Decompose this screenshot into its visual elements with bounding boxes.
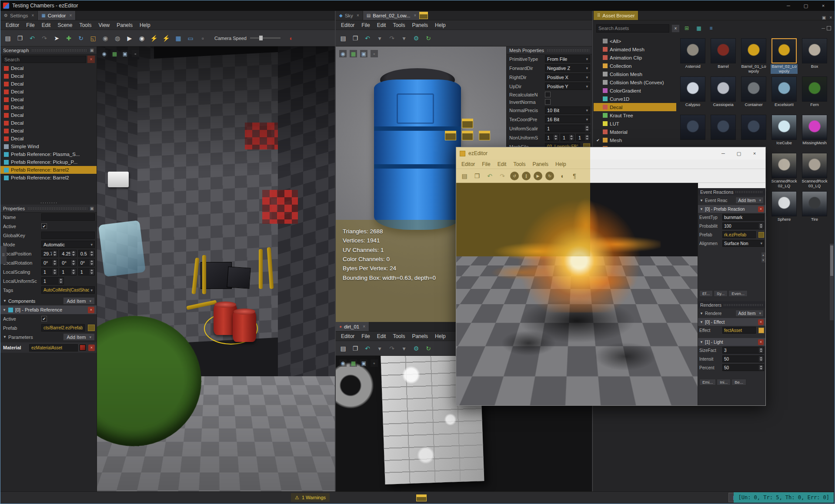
menu-item[interactable]: Edit — [38, 22, 54, 28]
save-document-icon[interactable]: ▤ — [3, 33, 13, 43]
minimize-button[interactable]: ─ — [780, 0, 797, 11]
scene-viewport[interactable]: ◉▦▣▫ — [97, 46, 335, 492]
close-button[interactable]: × — [747, 148, 762, 159]
uniform-scaling-spinner[interactable]: 1 — [545, 125, 590, 132]
scenegraph-item[interactable]: Prefab Reference: Plasma_S... — [0, 150, 97, 158]
screenshot-icon[interactable]: ▣ — [360, 359, 367, 367]
redo-dropdown-icon[interactable]: ▾ — [399, 344, 409, 353]
effect-asset-field[interactable]: fectAsset — [722, 327, 756, 334]
menu-item[interactable]: Help — [136, 22, 154, 28]
menu-item[interactable]: Editor — [337, 22, 358, 28]
asset-thumbnail[interactable] — [772, 153, 797, 178]
mini-tab[interactable]: Be... — [731, 379, 746, 385]
rotation-y-spinner[interactable]: 0° — [60, 259, 76, 266]
save-document-icon[interactable]: ▤ — [338, 33, 348, 43]
active-checkbox[interactable]: ✔ — [41, 223, 47, 229]
remove-renderer-button[interactable]: × — [758, 319, 764, 325]
asset-thumbnail-cell[interactable]: Barrel_01_Lowpoly — [739, 38, 768, 74]
menu-item[interactable]: Tools — [389, 22, 408, 28]
scenegraph-item[interactable]: Decal — [0, 72, 97, 80]
add-renderer-button[interactable]: Add Item▾ — [735, 310, 764, 317]
collapse-icon[interactable]: ▼ — [700, 199, 703, 202]
asset-thumbnail[interactable] — [772, 191, 797, 216]
menu-item[interactable]: Editor — [458, 161, 478, 167]
mini-tab[interactable]: Sy... — [714, 290, 728, 297]
asset-thumbnail[interactable] — [802, 38, 827, 63]
asset-thumbnail-cell[interactable]: Barrel — [709, 38, 738, 74]
properties-header[interactable]: Properties ▣ — [0, 205, 97, 212]
save-document-icon[interactable]: ▤ — [338, 344, 348, 353]
scale-y-spinner[interactable]: 1 — [60, 268, 76, 275]
undo-dropdown-icon[interactable]: ▾ — [375, 33, 384, 43]
asset-thumbnail-cell[interactable]: Asteroid — [678, 38, 707, 74]
asset-thumbnail[interactable] — [711, 115, 736, 140]
asset-thumbnail-cell[interactable]: ScannedRock02_LQ — [770, 153, 798, 189]
scale-z-spinner[interactable]: 1 — [78, 268, 95, 275]
rotation-x-spinner[interactable]: 0° — [41, 259, 58, 266]
asset-thumbnail[interactable] — [680, 115, 705, 140]
maximize-button[interactable]: ▢ — [797, 0, 815, 11]
asset-type-item[interactable]: ✔ Collision Mesh (Convex) — [594, 78, 676, 86]
asset-thumbnail[interactable] — [772, 76, 797, 102]
undo-icon[interactable]: ↶ — [363, 344, 372, 353]
transform-asset-icon[interactable]: ↻ — [424, 344, 433, 353]
scenegraph-item[interactable]: Decal — [0, 127, 97, 135]
position-z-spinner[interactable]: 0.5 — [78, 250, 95, 257]
menu-item[interactable]: Editor — [337, 333, 358, 339]
tab-close-icon[interactable]: × — [32, 13, 34, 18]
asset-thumbnail[interactable] — [802, 191, 827, 216]
clear-search-icon[interactable]: × — [672, 25, 679, 32]
alignment-dropdown[interactable]: Surface Non▾ — [722, 240, 764, 247]
translate-gizmo-icon[interactable]: ✚ — [64, 33, 73, 43]
asset-browser-tab[interactable]: ⠿ Asset Browser — [594, 11, 638, 20]
bake-lighting-icon[interactable]: ⚡ — [149, 33, 159, 43]
sizefactor-spinner[interactable]: 3 — [722, 347, 764, 354]
asset-thumbnail-cell[interactable]: Container — [739, 76, 768, 112]
copy-icon[interactable]: ❐ — [15, 33, 25, 43]
collapse-icon[interactable]: ▼ — [3, 308, 6, 312]
asset-type-item[interactable]: ✔ Decal — [594, 103, 676, 111]
undo-icon[interactable]: ↶ — [27, 33, 37, 43]
loop-effect-icon[interactable]: ↻ — [545, 172, 554, 180]
asset-thumbnail-cell[interactable]: Fern — [800, 76, 829, 112]
redo-dropdown-icon[interactable]: ▾ — [399, 33, 409, 43]
remove-renderer-button[interactable]: × — [758, 339, 764, 345]
mini-tab[interactable]: Ini... — [717, 379, 731, 385]
grid-icon[interactable]: ▫ — [198, 33, 207, 43]
menu-item[interactable]: Panels — [408, 22, 431, 28]
camera-icon[interactable]: ◉ — [100, 50, 108, 57]
uniform-scale-spinner[interactable]: 1 — [41, 277, 64, 285]
asset-type-item[interactable]: ✔ Material — [594, 128, 676, 136]
asset-thumbnail[interactable] — [680, 76, 705, 102]
render-pipeline-icon[interactable]: ▦ — [350, 359, 357, 367]
scenegraph-item[interactable]: Decal — [0, 119, 97, 127]
mini-tab[interactable]: Even... — [728, 290, 748, 297]
undo-dropdown-icon[interactable]: ▾ — [375, 344, 384, 353]
menu-item[interactable]: Panels — [113, 22, 136, 28]
particle-window-titlebar[interactable]: ezEditor ─ ▢ × — [456, 147, 765, 159]
position-x-spinner[interactable]: 29.7 — [41, 250, 58, 257]
asset-type-item[interactable]: ✔ Kraut Tree — [594, 111, 676, 119]
nonuniform-x-spinner[interactable]: 1 — [545, 134, 559, 141]
asset-thumbnail-cell[interactable]: MissingMesh — [800, 115, 829, 150]
collapse-icon[interactable]: ▼ — [700, 340, 703, 344]
menu-item[interactable]: File — [358, 333, 373, 339]
property-dropdown[interactable]: 10 Bit▾ — [545, 106, 590, 114]
menu-item[interactable]: View — [95, 22, 113, 28]
menu-item[interactable]: File — [23, 22, 38, 28]
browse-asset-button[interactable] — [758, 328, 764, 333]
property-checkbox[interactable] — [545, 99, 551, 105]
asset-thumbnail[interactable] — [802, 115, 827, 140]
menu-item[interactable]: Tools — [389, 333, 408, 339]
menu-item[interactable]: Edit — [494, 161, 510, 167]
rotate-gizmo-icon[interactable]: ↻ — [76, 33, 86, 43]
material-asset-field[interactable]: ezMaterialAsset — [29, 344, 78, 351]
document-tab[interactable]: ◆ Sky × — [336, 11, 363, 20]
document-tab[interactable]: ● dirt_01 × — [336, 322, 369, 331]
asset-search-input[interactable] — [596, 24, 669, 33]
open-document-icon[interactable]: ❐ — [351, 344, 360, 353]
scenegraph-item[interactable]: Decal — [0, 64, 97, 72]
update-lighting-icon[interactable]: ⚡ — [161, 33, 171, 43]
asset-thumbnail-cell[interactable]: Sphere — [770, 191, 798, 227]
grid-toggle-icon[interactable]: ▫ — [371, 50, 378, 57]
